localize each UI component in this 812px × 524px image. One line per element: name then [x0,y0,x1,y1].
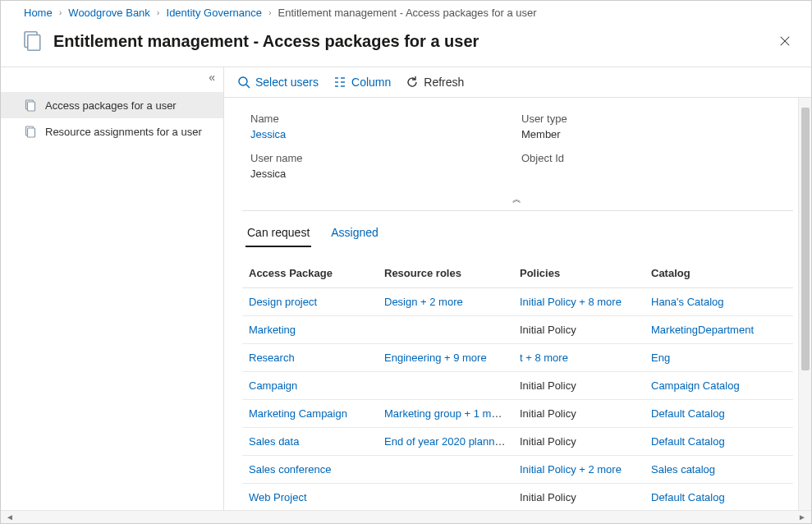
sidebar-item-label: Access packages for a user [45,99,177,112]
column-label: Column [351,76,391,89]
resource-roles-cell[interactable]: End of year 2020 plannin… [384,435,513,448]
svg-rect-1 [28,35,40,51]
resource-roles-cell[interactable]: Design + 2 more [384,296,463,308]
scroll-right-icon[interactable]: ► [795,513,810,522]
access-package-link[interactable]: Marketing Campaign [249,407,347,420]
select-users-button[interactable]: Select users [237,76,319,89]
column-header[interactable]: Policies [513,260,645,288]
table-row: Sales dataEnd of year 2020 plannin…Initi… [242,428,793,456]
breadcrumb-item[interactable]: Identity Governance [167,7,262,19]
breadcrumb-item: Entitlement management - Access packages… [278,7,537,19]
table-row: MarketingInitial PolicyMarketingDepartme… [242,316,793,344]
policies-cell: Initial Policy [520,407,576,420]
name-label: Name [250,113,513,125]
table-row: Design projectDesign + 2 moreInitial Pol… [242,288,793,316]
policies-cell[interactable]: t + 8 more [520,352,568,364]
collapse-sidebar-icon[interactable]: « [209,71,215,92]
package-icon [24,99,37,112]
policies-cell: Initial Policy [520,379,576,392]
packages-icon [19,27,47,55]
table-row: ResearchEngineering + 9 moret + 8 moreEn… [242,344,793,372]
breadcrumb-item[interactable]: Home [24,7,53,19]
catalog-link[interactable]: Default Catalog [651,435,725,448]
table-row: Marketing CampaignMarketing group + 1 mo… [242,400,793,428]
resource-roles-cell[interactable]: Marketing group + 1 mo… [384,407,508,420]
user-type-value: Member [521,128,785,140]
policies-cell: Initial Policy [520,491,576,503]
column-header[interactable]: Access Package [242,260,378,288]
column-button[interactable]: Column [333,76,391,89]
refresh-button[interactable]: Refresh [406,76,464,89]
tab[interactable]: Assigned [329,223,380,247]
column-header[interactable]: Catalog [645,260,793,288]
tabs: Can requestAssigned [242,223,793,247]
catalog-link[interactable]: Default Catalog [651,407,725,420]
svg-point-8 [239,77,247,85]
scroll-left-icon[interactable]: ◄ [2,513,17,522]
access-package-link[interactable]: Sales data [249,435,299,448]
vertical-scrollbar[interactable] [798,98,811,510]
table-row: Web ProjectInitial PolicyDefault Catalog [242,484,793,511]
close-button[interactable] [772,28,798,54]
column-header[interactable]: Resource roles [378,260,513,288]
name-value[interactable]: Jessica [250,128,513,140]
package-icon [24,125,37,138]
access-package-link[interactable]: Campaign [249,379,297,392]
page-title: Entitlement management - Access packages… [53,32,772,51]
chevron-right-icon: › [56,7,66,17]
sidebar-item[interactable]: Resource assignments for a user [1,118,223,145]
sidebar: « Access packages for a userResource ass… [1,67,224,510]
resource-roles-cell[interactable]: Engineering + 9 more [384,352,487,364]
page-header: Entitlement management - Access packages… [1,24,811,67]
policies-cell: Initial Policy [520,324,576,336]
object-id-label: Object Id [521,152,785,164]
catalog-link[interactable]: Sales catalog [651,463,715,476]
horizontal-scrollbar[interactable]: ◄ ► [1,510,811,523]
breadcrumb: Home›Woodgrove Bank›Identity Governance›… [1,1,811,24]
access-packages-table: Access PackageResource rolesPoliciesCata… [242,260,793,510]
table-row: Sales conferenceInitial Policy + 2 moreS… [242,456,793,484]
user-info-panel: Name Jessica User type Member User name … [242,98,793,185]
main-content: Select users Column Refresh Name Jess [224,67,811,510]
select-users-label: Select users [255,76,319,89]
tab[interactable]: Can request [245,223,311,247]
catalog-link[interactable]: Campaign Catalog [651,379,740,392]
refresh-label: Refresh [424,76,464,89]
collapse-panel-icon[interactable]: ︽ [242,190,793,211]
sidebar-item-label: Resource assignments for a user [45,126,202,138]
policies-cell: Initial Policy [520,435,576,448]
user-name-label: User name [250,152,513,164]
access-package-link[interactable]: Web Project [249,491,307,503]
catalog-link[interactable]: MarketingDepartment [651,324,754,336]
sidebar-item[interactable]: Access packages for a user [1,92,223,118]
policies-cell[interactable]: Initial Policy + 8 more [520,296,622,308]
svg-rect-5 [28,102,35,111]
svg-rect-7 [28,128,35,137]
access-package-link[interactable]: Research [249,352,295,364]
chevron-right-icon: › [154,7,163,17]
catalog-link[interactable]: Default Catalog [651,491,725,503]
table-row: CampaignInitial PolicyCampaign Catalog [242,372,793,400]
chevron-right-icon: › [265,7,275,17]
user-name-value: Jessica [250,168,513,180]
catalog-link[interactable]: Eng [651,352,670,364]
svg-line-9 [246,85,250,88]
toolbar: Select users Column Refresh [224,67,811,97]
policies-cell[interactable]: Initial Policy + 2 more [520,463,622,476]
user-type-label: User type [521,113,785,125]
access-package-link[interactable]: Sales conference [249,463,331,476]
access-package-link[interactable]: Marketing [249,324,296,336]
breadcrumb-item[interactable]: Woodgrove Bank [68,7,150,19]
catalog-link[interactable]: Hana's Catalog [651,296,723,308]
access-package-link[interactable]: Design project [249,296,317,308]
